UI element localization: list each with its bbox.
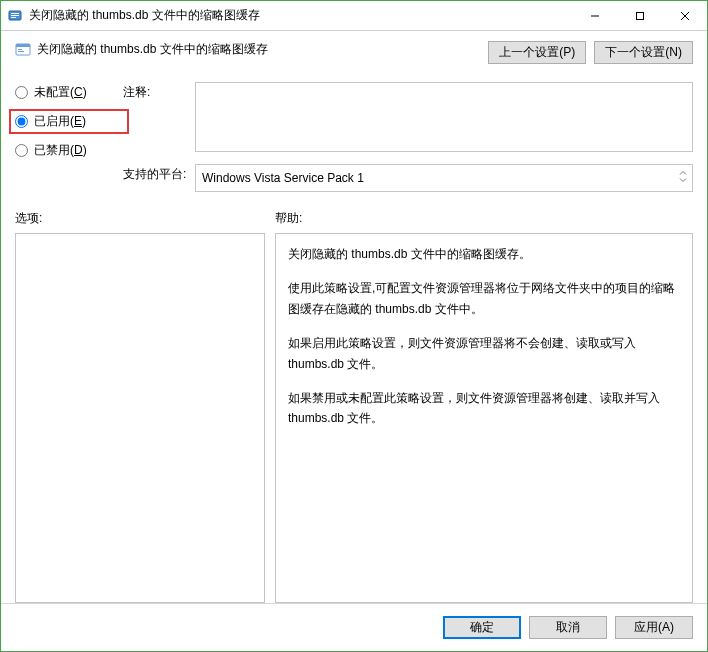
help-text: 关闭隐藏的 thumbs.db 文件中的缩略图缓存。 [288,244,680,264]
radio-not-configured-input[interactable] [15,86,28,99]
options-label: 选项: [15,210,275,227]
state-radio-group: 未配置(C) 已启用(E) 已禁用(D) [15,82,123,192]
comment-textarea[interactable] [195,82,693,152]
help-text: 如果启用此策略设置，则文件资源管理器将不会创建、读取或写入 thumbs.db … [288,333,680,374]
window-title: 关闭隐藏的 thumbs.db 文件中的缩略图缓存 [29,7,572,24]
maximize-button[interactable] [617,1,662,30]
next-setting-button[interactable]: 下一个设置(N) [594,41,693,64]
radio-enabled-input[interactable] [15,115,28,128]
radio-not-configured[interactable]: 未配置(C) [15,84,123,101]
supported-platform-value: Windows Vista Service Pack 1 [202,171,364,185]
svg-rect-5 [636,12,643,19]
options-panel [15,233,265,603]
setting-title: 关闭隐藏的 thumbs.db 文件中的缩略图缓存 [37,41,268,58]
radio-enabled[interactable]: 已启用(E) [9,109,129,134]
window-controls [572,1,707,30]
radio-not-configured-label: 未配置(C) [34,84,87,101]
svg-rect-11 [18,51,24,52]
radio-disabled-label: 已禁用(D) [34,142,87,159]
radio-enabled-label: 已启用(E) [34,113,86,130]
policy-editor-window: 关闭隐藏的 thumbs.db 文件中的缩略图缓存 [0,0,708,652]
svg-rect-9 [16,44,30,47]
cancel-button[interactable]: 取消 [529,616,607,639]
help-panel: 关闭隐藏的 thumbs.db 文件中的缩略图缓存。 使用此策略设置,可配置文件… [275,233,693,603]
svg-rect-3 [11,17,16,18]
help-text: 如果禁用或未配置此策略设置，则文件资源管理器将创建、读取并写入 thumbs.d… [288,388,680,429]
ok-button[interactable]: 确定 [443,616,521,639]
close-button[interactable] [662,1,707,30]
supported-platform-box: Windows Vista Service Pack 1 [195,164,693,192]
app-icon [7,8,23,24]
previous-setting-button[interactable]: 上一个设置(P) [488,41,586,64]
panels: 关闭隐藏的 thumbs.db 文件中的缩略图缓存。 使用此策略设置,可配置文件… [15,233,693,603]
help-label: 帮助: [275,210,302,227]
titlebar: 关闭隐藏的 thumbs.db 文件中的缩略图缓存 [1,1,707,31]
section-labels: 选项: 帮助: [15,210,693,227]
header-row: 关闭隐藏的 thumbs.db 文件中的缩略图缓存 上一个设置(P) 下一个设置… [15,41,693,64]
top-config-area: 未配置(C) 已启用(E) 已禁用(D) 注释: 支持的平台: [15,82,693,192]
svg-rect-1 [11,13,19,14]
dialog-footer: 确定 取消 应用(A) [1,603,707,651]
chevron-up-down-icon [678,170,688,187]
comment-label: 注释: [123,82,195,101]
apply-button[interactable]: 应用(A) [615,616,693,639]
content-area: 关闭隐藏的 thumbs.db 文件中的缩略图缓存 上一个设置(P) 下一个设置… [1,31,707,603]
minimize-button[interactable] [572,1,617,30]
svg-rect-2 [11,15,19,16]
platform-label: 支持的平台: [123,164,195,183]
svg-rect-10 [18,49,22,50]
radio-disabled[interactable]: 已禁用(D) [15,142,123,159]
help-text: 使用此策略设置,可配置文件资源管理器将位于网络文件夹中的项目的缩略图缓存在隐藏的… [288,278,680,319]
radio-disabled-input[interactable] [15,144,28,157]
setting-icon [15,42,31,58]
